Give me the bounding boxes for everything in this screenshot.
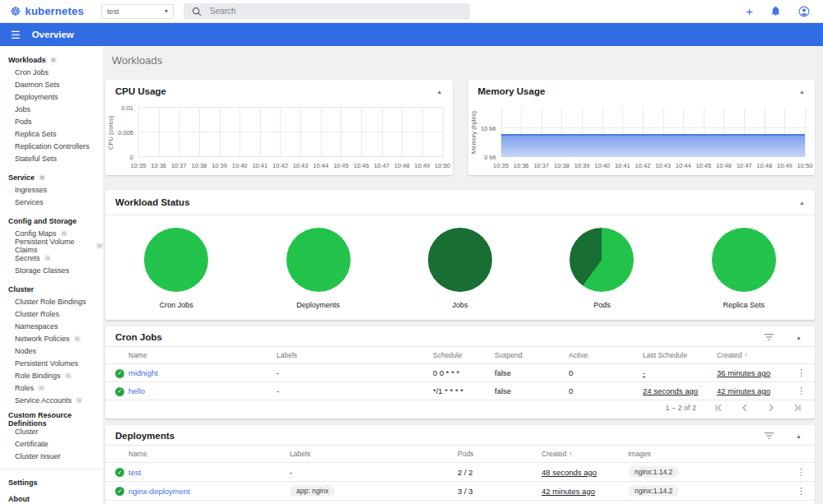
workload-pie-label: Pods	[593, 301, 611, 309]
sidebar-item-certificate[interactable]: Certificate	[0, 437, 103, 450]
user-account-icon[interactable]	[798, 6, 810, 17]
sidebar-section-config-and-storage[interactable]: Config and Storage	[0, 215, 103, 227]
col-schedule[interactable]: Schedule	[433, 347, 495, 364]
collapse-caret-icon[interactable]: ▲	[437, 89, 443, 95]
sidebar-item-cluster-role-bindings[interactable]: Cluster Role Bindings	[0, 295, 103, 307]
filter-icon[interactable]	[764, 333, 774, 341]
col-created[interactable]: Created↑	[542, 446, 628, 463]
sidebar-item-cluster-roles[interactable]: Cluster Roles	[0, 307, 103, 320]
last-page-icon[interactable]	[793, 404, 802, 412]
sidebar-section-workloads[interactable]: WorkloadsN	[0, 53, 103, 66]
sidebar-item-persistent-volumes[interactable]: Persistent Volumes	[0, 357, 103, 369]
col-pods[interactable]: Pods	[458, 446, 542, 463]
cronjob-name-link[interactable]: midnight	[128, 368, 158, 377]
next-page-icon[interactable]	[767, 404, 775, 412]
cronjob-created[interactable]: 42 minutes ago	[717, 386, 770, 395]
table-row: ✓ test - 2 / 2 48 seconds ago nginx:1.14…	[105, 463, 815, 482]
sidebar-item-label: Deployments	[15, 93, 58, 101]
first-page-icon[interactable]	[714, 404, 723, 412]
col-last-schedule[interactable]: Last Schedule	[643, 347, 717, 364]
search-input[interactable]	[210, 7, 462, 16]
sidebar-item-cron-jobs[interactable]: Cron Jobs	[0, 66, 103, 78]
col-suspend[interactable]: Suspend	[495, 347, 569, 364]
sidebar-item-storage-classes[interactable]: Storage Classes	[0, 264, 103, 276]
col-active[interactable]: Active	[569, 347, 643, 364]
sidebar-divider	[0, 469, 103, 469]
col-labels[interactable]: Labels	[277, 347, 433, 364]
deployment-name-link[interactable]: test	[128, 468, 141, 477]
sidebar-item-label: Roles	[15, 384, 34, 392]
collapse-caret-icon[interactable]: ▲	[799, 89, 805, 95]
x-tick-label: 10:36	[151, 162, 166, 169]
sidebar-item-label: Namespaces	[15, 322, 58, 331]
sidebar-item-cluster-issuer[interactable]: Cluster Issuer	[0, 450, 103, 462]
collapse-caret-icon[interactable]: ▲	[799, 200, 805, 206]
cronjob-name-link[interactable]: hello	[128, 386, 145, 395]
sidebar-item-ingresses[interactable]: Ingresses	[0, 183, 103, 196]
filter-icon[interactable]	[764, 432, 774, 440]
sidebar-section-custom-resource-definitions[interactable]: Custom Resource Definitions	[0, 413, 103, 425]
sidebar-item-service-accounts[interactable]: Service AccountsN	[0, 394, 103, 406]
sidebar-item-replica-sets[interactable]: Replica Sets	[0, 127, 103, 140]
sidebar-item-network-policies[interactable]: Network PoliciesN	[0, 332, 103, 344]
x-tick-label: 10:39	[574, 162, 590, 169]
col-labels[interactable]: Labels	[290, 446, 458, 463]
col-name[interactable]: Name	[128, 446, 290, 463]
deployment-created[interactable]: 48 seconds ago	[542, 468, 597, 477]
cronjob-last-schedule[interactable]: 24 seconds ago	[643, 386, 698, 395]
col-name[interactable]: Name	[128, 347, 277, 364]
sidebar-item-role-bindings[interactable]: Role BindingsN	[0, 369, 103, 381]
sidebar-item-persistent-volume-claims[interactable]: Persistent Volume ClaimsN	[0, 239, 103, 252]
sidebar-item-stateful-sets[interactable]: Stateful Sets	[0, 152, 103, 164]
chart-gridline	[138, 107, 443, 108]
brand-name: kubernetes	[25, 5, 83, 17]
sidebar-section-service[interactable]: ServiceN	[0, 171, 103, 183]
sidebar-item-about[interactable]: About	[0, 491, 103, 504]
row-menu-kebab-icon[interactable]: ⋮	[791, 382, 815, 400]
sidebar-item-pods[interactable]: Pods	[0, 115, 103, 127]
collapse-caret-icon[interactable]: ▲	[796, 433, 802, 439]
namespaced-badge: N	[61, 230, 67, 237]
namespace-select[interactable]: test ▾	[101, 4, 174, 19]
deployment-created[interactable]: 42 minutes ago	[542, 487, 595, 496]
sidebar-section-label: Service	[8, 173, 35, 182]
kubernetes-logo[interactable]: ☸ kubernetes	[10, 5, 101, 17]
deployments-title: Deployments	[115, 431, 174, 441]
sidebar-section-label: Config and Storage	[8, 217, 77, 225]
sidebar-item-deployments[interactable]: Deployments	[0, 90, 103, 103]
cpu-usage-title: CPU Usage	[115, 86, 166, 96]
row-menu-kebab-icon[interactable]: ⋮	[791, 482, 815, 501]
memory-y-tick-labels: 0 Mi10 Mi	[477, 108, 499, 157]
chart-gridline	[179, 108, 179, 157]
notifications-bell-icon[interactable]	[770, 6, 781, 16]
col-images[interactable]: Images	[628, 446, 791, 463]
col-created[interactable]: Created↑	[717, 347, 791, 364]
collapse-caret-icon[interactable]: ▲	[796, 335, 802, 340]
sidebar-section-cluster[interactable]: Cluster	[0, 283, 103, 295]
sidebar-item-services[interactable]: Services	[0, 196, 103, 208]
sidebar-item-replication-controllers[interactable]: Replication Controllers	[0, 140, 103, 152]
sidebar-item-roles[interactable]: RolesN	[0, 381, 103, 394]
cronjob-last-schedule[interactable]: -	[643, 368, 645, 377]
hamburger-menu-icon[interactable]: ☰	[11, 30, 21, 40]
sidebar-item-namespaces[interactable]: Namespaces	[0, 320, 103, 332]
workload-pie-label: Jobs	[453, 301, 468, 309]
cronjob-created[interactable]: 36 minutes ago	[717, 368, 770, 377]
sidebar-item-settings[interactable]: Settings	[0, 474, 103, 491]
row-menu-kebab-icon[interactable]: ⋮	[791, 463, 815, 482]
chart-gridline	[382, 108, 383, 157]
prev-page-icon[interactable]	[741, 404, 749, 412]
row-menu-kebab-icon[interactable]: ⋮	[791, 364, 815, 382]
x-tick-label: 10:37	[533, 162, 549, 169]
chart-gridline	[805, 108, 806, 157]
chart-gridline	[260, 108, 261, 157]
chart-gridline	[341, 108, 342, 157]
create-resource-button[interactable]: +	[746, 5, 753, 17]
sidebar-item-nodes[interactable]: Nodes	[0, 344, 103, 357]
chart-gridline	[300, 108, 301, 157]
sidebar-item-jobs[interactable]: Jobs	[0, 103, 103, 115]
sidebar-item-daemon-sets[interactable]: Daemon Sets	[0, 78, 103, 90]
sidebar-item-label: Nodes	[15, 347, 36, 355]
deployment-name-link[interactable]: nginx-deployment	[128, 487, 190, 496]
workload-pie-pods	[570, 228, 634, 292]
